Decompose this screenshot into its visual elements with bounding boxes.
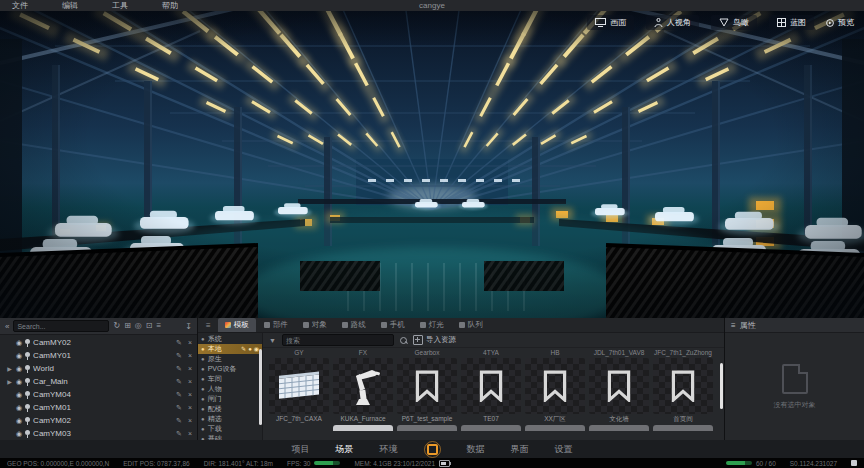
- menu-help[interactable]: 帮助: [162, 0, 178, 11]
- search-icon[interactable]: [400, 337, 407, 344]
- tab-data[interactable]: 数据: [467, 443, 485, 456]
- visibility-eye-icon[interactable]: ◉: [16, 430, 22, 437]
- tree-row[interactable]: ◉ CamYM04 ✎×: [0, 388, 197, 401]
- refresh-icon[interactable]: ↻: [113, 322, 120, 330]
- delete-icon[interactable]: ×: [188, 404, 192, 411]
- tab-objects[interactable]: 对象: [296, 318, 334, 332]
- asset-tile[interactable]: 文化墙: [589, 358, 649, 424]
- tree-row[interactable]: ▶ ◉ World ✎×: [0, 362, 197, 375]
- tab-environment[interactable]: 环境: [380, 443, 398, 456]
- tab-project[interactable]: 项目: [292, 443, 310, 456]
- category-buildings[interactable]: ●配楼: [198, 404, 262, 414]
- tree-row[interactable]: ◉ CamYM03 ✎×: [0, 427, 197, 440]
- category-workshop[interactable]: ●车间: [198, 374, 262, 384]
- edit-icon[interactable]: ✎: [176, 365, 182, 372]
- category-scrollbar[interactable]: [259, 349, 262, 425]
- asset-tile[interactable]: KUKA_Furnace: [333, 358, 393, 424]
- lock-icon[interactable]: ●: [248, 346, 252, 352]
- asset-tile[interactable]: XX厂区: [525, 358, 585, 424]
- bookmark-icon: [414, 370, 440, 402]
- delete-icon[interactable]: ×: [188, 352, 192, 359]
- category-people[interactable]: ●人物: [198, 384, 262, 394]
- tab-scene[interactable]: 场景: [336, 443, 354, 456]
- category-system[interactable]: ●系统: [198, 334, 262, 344]
- tab-interface[interactable]: 界面: [511, 443, 529, 456]
- visibility-eye-icon[interactable]: ◉: [16, 417, 22, 424]
- import-resource-button[interactable]: 导入资源: [413, 335, 456, 345]
- frame-icon[interactable]: ⊡: [146, 322, 153, 330]
- notification-icon[interactable]: [851, 460, 857, 466]
- bookmark-thumbnail: [653, 358, 713, 414]
- edit-icon[interactable]: ✎: [176, 339, 182, 346]
- asset-tile[interactable]: 首页间: [653, 358, 713, 424]
- asset-tile[interactable]: TE07: [461, 358, 521, 424]
- asset-tile[interactable]: JFC_7th_CAXA: [269, 358, 329, 424]
- tab-queue[interactable]: 队列: [452, 318, 490, 332]
- delete-icon[interactable]: ×: [188, 378, 192, 385]
- category-local[interactable]: ●本地 ✎●◉: [198, 344, 262, 354]
- visibility-eye-icon[interactable]: ◉: [16, 378, 22, 385]
- blueprint-button[interactable]: 蓝图: [769, 15, 814, 30]
- screen-view-button[interactable]: 画面: [587, 15, 634, 30]
- edit-icon[interactable]: ✎: [176, 352, 182, 359]
- tab-templates[interactable]: 模板: [218, 318, 256, 332]
- delete-icon[interactable]: ×: [188, 391, 192, 398]
- list-icon[interactable]: ≡: [157, 322, 162, 330]
- tab-lights[interactable]: 灯光: [413, 318, 451, 332]
- collapse-panel-icon[interactable]: «: [5, 322, 9, 331]
- group-icon[interactable]: ⊞: [124, 322, 131, 330]
- expander-arrow-icon[interactable]: ▶: [6, 378, 13, 385]
- edit-icon[interactable]: ✎: [176, 378, 182, 385]
- category-native[interactable]: ●原生: [198, 354, 262, 364]
- export-icon[interactable]: ↧: [185, 322, 192, 331]
- person-view-button[interactable]: 人视角: [646, 15, 699, 30]
- tab-settings[interactable]: 设置: [555, 443, 573, 456]
- tree-row[interactable]: ▶ ◉ Car_Main ✎×: [0, 375, 197, 388]
- category-pvg[interactable]: ●PVG设备: [198, 364, 262, 374]
- category-featured[interactable]: ●精选: [198, 414, 262, 424]
- edit-icon[interactable]: ✎: [241, 346, 246, 352]
- edit-icon[interactable]: ✎: [176, 391, 182, 398]
- delete-icon[interactable]: ×: [188, 430, 192, 437]
- category-gates[interactable]: ●闸门: [198, 394, 262, 404]
- visibility-eye-icon[interactable]: ◉: [16, 365, 22, 372]
- visibility-eye-icon[interactable]: ◉: [16, 391, 22, 398]
- hamburger-icon[interactable]: ≡: [731, 321, 736, 330]
- visibility-eye-icon[interactable]: ◉: [16, 339, 22, 346]
- visibility-eye-icon[interactable]: ◉: [16, 352, 22, 359]
- viewport-3d[interactable]: 画面 人视角 鸟瞰 蓝图 预览: [0, 11, 864, 318]
- tree-row[interactable]: ◉ CamYM02 ✎×: [0, 414, 197, 427]
- asset-tile[interactable]: P6T_test_sample: [397, 358, 457, 424]
- tree-row[interactable]: ◉ CamYM01 ✎×: [0, 401, 197, 414]
- tab-parts[interactable]: 部件: [257, 318, 295, 332]
- delete-icon[interactable]: ×: [188, 417, 192, 424]
- edit-icon[interactable]: ✎: [176, 417, 182, 424]
- lights-icon: [420, 322, 426, 328]
- tile-stub: [461, 425, 521, 431]
- app-logo[interactable]: [424, 441, 441, 458]
- tree-row[interactable]: ◉ CamMY02 ✎×: [0, 336, 197, 349]
- hierarchy-search-input[interactable]: [13, 320, 109, 332]
- bird-view-button[interactable]: 鸟瞰: [711, 15, 757, 30]
- filter-icon[interactable]: ▼: [269, 337, 276, 344]
- visibility-eye-icon[interactable]: ◉: [16, 404, 22, 411]
- category-downloads[interactable]: ●下载: [198, 424, 262, 434]
- menu-tools[interactable]: 工具: [112, 0, 128, 11]
- tree-row[interactable]: ◉ CamMY01 ✎×: [0, 349, 197, 362]
- focus-icon[interactable]: ◎: [135, 322, 142, 330]
- edit-icon[interactable]: ✎: [176, 430, 182, 437]
- folder-dot-icon: ●: [201, 426, 205, 432]
- tab-routes[interactable]: 路线: [335, 318, 373, 332]
- asset-grid-scrollbar[interactable]: [720, 363, 723, 409]
- preview-button[interactable]: 预览: [826, 17, 854, 28]
- edit-icon[interactable]: ✎: [176, 404, 182, 411]
- hamburger-icon[interactable]: ≡: [200, 321, 217, 332]
- tab-mobile[interactable]: 手机: [374, 318, 412, 332]
- delete-icon[interactable]: ×: [188, 365, 192, 372]
- asset-search-input[interactable]: [282, 334, 394, 346]
- menu-edit[interactable]: 编辑: [62, 0, 78, 11]
- menu-file[interactable]: 文件: [12, 0, 28, 11]
- expander-arrow-icon[interactable]: ▶: [6, 365, 13, 372]
- folder-dot-icon: ●: [201, 406, 205, 412]
- delete-icon[interactable]: ×: [188, 339, 192, 346]
